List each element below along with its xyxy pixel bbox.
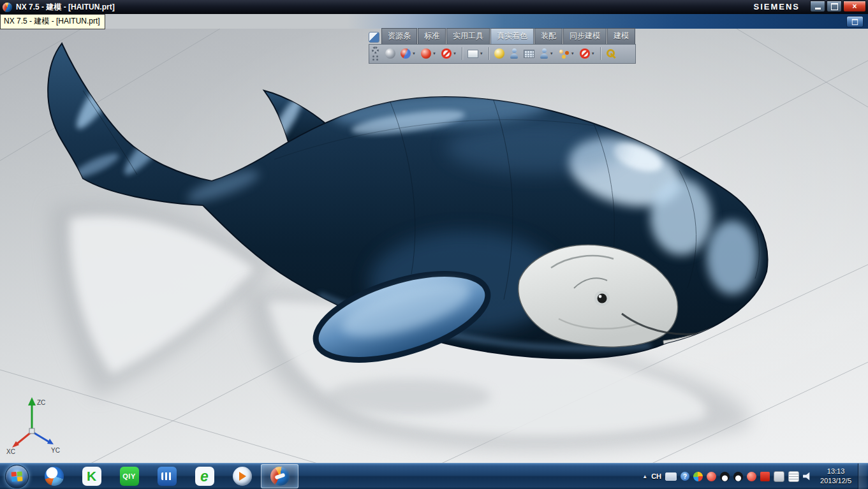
video-player-icon: [158, 467, 177, 486]
help-icon[interactable]: ?: [680, 472, 689, 481]
taskbar-app-nx[interactable]: [261, 464, 298, 488]
mesh-grid-icon: [524, 50, 534, 58]
separator: [600, 47, 601, 60]
toolbar-options: [372, 47, 379, 61]
show-desktop-button[interactable]: [858, 463, 867, 489]
dropdown-caret[interactable]: ▼: [550, 52, 554, 55]
tab-modeling[interactable]: 建模: [607, 28, 635, 44]
art-sphere-icon: [494, 48, 504, 59]
tab-assemblies[interactable]: 装配: [534, 28, 563, 44]
maximize-button[interactable]: [827, 1, 842, 12]
shaded-display-button[interactable]: [383, 47, 397, 60]
mesh-quality-button[interactable]: [522, 48, 536, 59]
dropdown-caret[interactable]: ▼: [453, 52, 457, 55]
printer-icon[interactable]: [774, 471, 784, 482]
green-e-icon: e: [195, 467, 214, 486]
clock-time: 13:13: [820, 467, 851, 476]
qq-icon[interactable]: [720, 472, 730, 481]
person-pose-button[interactable]: ▼: [538, 47, 555, 60]
art-shade-button[interactable]: [492, 47, 506, 60]
taskbar-app-iqiyi[interactable]: QIY: [110, 464, 148, 488]
wrench-button[interactable]: [604, 47, 618, 60]
close-button[interactable]: ×: [843, 1, 866, 12]
tab-resource-bar[interactable]: 资源条: [381, 28, 417, 44]
tab-synchronous-modeling[interactable]: 同步建模: [563, 28, 607, 44]
toolbar-badge-icon: [369, 32, 379, 43]
tab-true-shading[interactable]: 真实着色: [490, 28, 534, 44]
eye: [598, 294, 607, 303]
graphics-window[interactable]: ZC XC YC: [0, 29, 868, 463]
antivirus-icon[interactable]: [707, 472, 716, 481]
titlebar-tooltip: NX 7.5 - 建模 - [HAITUN.prt]: [0, 14, 105, 29]
nx-app-icon[interactable]: [3, 3, 12, 12]
sphere-group-button[interactable]: ▼: [557, 48, 577, 60]
start-button[interactable]: [5, 465, 29, 488]
toolbar-tab-row: 资源条 标准 实用工具 真实着色 装配 同步建模 建模: [369, 28, 636, 44]
desktop: NX 7.5 - 建模 - [HAITUN.prt] SIEMENS ×: [0, 0, 868, 489]
wrench-icon: [606, 48, 616, 59]
color-wheel-icon[interactable]: [693, 472, 703, 481]
disable-button[interactable]: ▼: [578, 47, 597, 60]
no-shade-button[interactable]: ▼: [439, 47, 459, 60]
taskbar-app-e-browser[interactable]: e: [186, 464, 223, 488]
triad-z-label: ZC: [37, 399, 45, 406]
shaded-sphere-icon: [385, 48, 395, 59]
model-canvas[interactable]: [0, 29, 868, 463]
red-sphere-icon: [421, 48, 431, 59]
triad-x-label: XC: [6, 448, 15, 455]
taskbar-app-browser[interactable]: [35, 464, 73, 488]
drag-handle[interactable]: [372, 55, 379, 61]
face-analysis-icon: [467, 50, 478, 58]
dropdown-caret[interactable]: ▼: [571, 52, 575, 55]
tab-utility-tools[interactable]: 实用工具: [446, 28, 490, 44]
dropdown-caret[interactable]: ▼: [591, 52, 595, 55]
qq-icon-2[interactable]: [733, 472, 743, 481]
pinned-apps: K QIY e: [35, 463, 298, 489]
separator: [489, 47, 489, 60]
true-shading-person-button[interactable]: [508, 47, 520, 60]
face-analysis-button[interactable]: ▼: [466, 48, 485, 59]
clock-date: 2013/12/5: [820, 476, 851, 486]
keyboard-icon[interactable]: [665, 472, 677, 481]
spheres-cluster-icon: [559, 49, 570, 59]
nx-taskbar-icon: [270, 467, 290, 486]
minimize-icon: [815, 8, 821, 10]
half-shaded-sphere-icon: [401, 48, 411, 59]
maximize-icon: [831, 3, 838, 10]
partial-shade-button[interactable]: ▼: [399, 47, 418, 60]
taskbar-app-player[interactable]: [223, 464, 261, 488]
red-shade-button[interactable]: ▼: [419, 47, 438, 60]
triad-y-label: YC: [51, 447, 60, 454]
gear-icon[interactable]: [372, 47, 379, 54]
windows-flag-icon: [11, 471, 22, 481]
kugou-icon: K: [82, 467, 101, 486]
minimize-button[interactable]: [810, 1, 825, 12]
no-entry-icon: [580, 48, 590, 59]
dropdown-caret[interactable]: ▼: [480, 52, 483, 55]
siemens-logo: SIEMENS: [753, 2, 800, 11]
dropdown-caret[interactable]: ▼: [412, 52, 416, 55]
titlebar: NX 7.5 - 建模 - [HAITUN.prt] SIEMENS ×: [0, 0, 868, 14]
taskbar-app-video[interactable]: [148, 464, 186, 488]
notepad-icon[interactable]: [788, 471, 799, 482]
language-indicator[interactable]: CH: [651, 472, 661, 480]
download-icon[interactable]: [747, 472, 756, 481]
wcs-triad[interactable]: ZC XC YC: [5, 392, 63, 456]
titlebar-right: SIEMENS ×: [753, 0, 868, 15]
taskbar-app-kugou[interactable]: K: [73, 464, 110, 488]
child-restore-button[interactable]: [846, 16, 864, 27]
hidden-icons-button[interactable]: ▲: [642, 474, 647, 479]
flag-icon[interactable]: [760, 472, 770, 481]
person-pose-icon: [540, 48, 548, 59]
shading-toolbar: 资源条 标准 实用工具 真实着色 装配 同步建模 建模 ▼ ▼ ▼ ▼ ▼ ▼: [369, 28, 636, 64]
separator: [462, 47, 462, 60]
system-tray: ▲ CH ? 13:13 2013/12/5: [642, 463, 868, 489]
dropdown-caret[interactable]: ▼: [432, 52, 436, 55]
taskbar: K QIY e ▲ CH ? 13:13 2013/12/5: [0, 463, 868, 489]
volume-icon[interactable]: [803, 472, 813, 481]
restore-icon: [852, 18, 858, 24]
browser-ball-icon: [45, 467, 64, 486]
window-title: NX 7.5 - 建模 - [HAITUN.prt]: [16, 2, 115, 13]
taskbar-clock[interactable]: 13:13 2013/12/5: [820, 467, 851, 486]
tab-standard[interactable]: 标准: [418, 28, 446, 44]
